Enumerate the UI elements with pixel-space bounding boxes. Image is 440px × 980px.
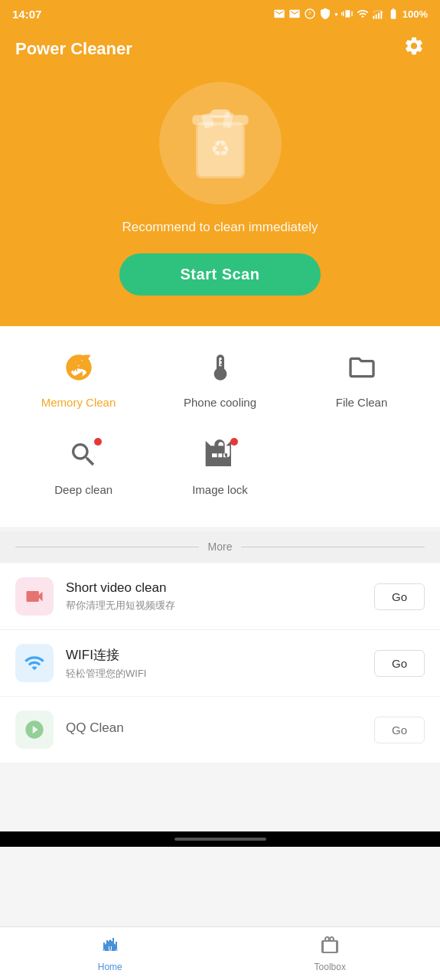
hero-section: ♻ Recommend to clean immediately Start S…	[0, 74, 440, 326]
nav-spacer	[0, 763, 440, 831]
feature-deep-clean[interactable]: Deep clean	[15, 432, 152, 504]
home-nav-label: Home	[98, 962, 122, 972]
short-video-icon	[15, 577, 54, 616]
status-icons: ● 100%	[273, 8, 428, 20]
memory-clean-label: Memory Clean	[41, 396, 116, 409]
shield-icon	[319, 8, 331, 20]
deep-clean-label: Deep clean	[54, 483, 112, 496]
features-row-1: Memory Clean Phone cooling File Clean	[8, 345, 432, 416]
qq-icon	[15, 710, 54, 749]
image-lock-icon	[204, 439, 235, 477]
features-row-2: Deep clean Image lock	[8, 424, 432, 519]
nav-toolbox[interactable]: Toolbox	[220, 927, 441, 980]
more-divider: More	[0, 541, 440, 553]
vibrate-icon	[341, 8, 354, 20]
app-title: Power Cleaner	[15, 39, 132, 59]
wifi-title: WIFI连接	[66, 646, 362, 664]
qq-content: QQ Clean	[66, 720, 362, 739]
list-item-qq: QQ Clean Go	[0, 697, 440, 763]
feature-file-clean[interactable]: File Clean	[291, 345, 432, 416]
dot-icon: ●	[334, 11, 338, 18]
short-video-content: Short video clean 帮你清理无用短视频缓存	[66, 580, 362, 612]
app-header: Power Cleaner	[0, 28, 440, 74]
short-video-go-button[interactable]: Go	[374, 583, 425, 610]
deep-clean-icon	[68, 439, 99, 477]
feature-image-lock[interactable]: Image lock	[152, 432, 288, 504]
qq-title: QQ Clean	[66, 720, 362, 736]
toolbox-nav-icon	[321, 936, 339, 959]
settings-icon[interactable]	[403, 35, 425, 62]
home-nav-icon	[101, 936, 119, 959]
battery-percent: 100%	[403, 8, 428, 20]
image-lock-badge	[230, 438, 238, 446]
svg-rect-0	[373, 16, 374, 19]
short-video-title: Short video clean	[66, 580, 362, 596]
status-bar: 14:07 ● 100%	[0, 0, 440, 28]
wifi-go-button[interactable]: Go	[374, 650, 425, 677]
wifi-icon	[357, 8, 369, 20]
list-items: Short video clean 帮你清理无用短视频缓存 Go WIFI连接 …	[0, 564, 440, 763]
start-scan-button[interactable]: Start Scan	[119, 253, 321, 296]
short-video-subtitle: 帮你清理无用短视频缓存	[66, 599, 362, 612]
trash-icon: ♻	[178, 101, 262, 185]
phone-cooling-icon	[205, 352, 236, 390]
features-section: Memory Clean Phone cooling File Clean	[0, 326, 440, 527]
hero-icon-wrapper: ♻	[159, 82, 282, 204]
list-item-wifi: WIFI连接 轻松管理您的WIFI Go	[0, 630, 440, 697]
image-lock-label: Image lock	[192, 483, 248, 496]
battery-icon	[387, 8, 399, 20]
wifi-subtitle: 轻松管理您的WIFI	[66, 667, 362, 681]
deep-clean-badge	[94, 438, 102, 446]
toolbox-nav-label: Toolbox	[315, 962, 346, 972]
svg-rect-3	[380, 11, 382, 19]
memory-clean-icon	[64, 352, 94, 390]
wifi-content: WIFI连接 轻松管理您的WIFI	[66, 646, 362, 681]
more-label: More	[208, 541, 233, 553]
list-item-short-video: Short video clean 帮你清理无用短视频缓存 Go	[0, 564, 440, 630]
file-clean-label: File Clean	[336, 396, 388, 409]
recommend-text: Recommend to clean immediately	[122, 220, 318, 235]
home-indicator	[0, 831, 440, 847]
bottom-nav: Home Toolbox	[0, 926, 440, 980]
svg-text:♻: ♻	[210, 136, 230, 161]
status-time: 14:07	[12, 8, 41, 21]
compass-icon	[304, 8, 316, 20]
wifi-list-icon	[15, 644, 54, 682]
more-section: More	[0, 531, 440, 562]
svg-rect-1	[375, 15, 376, 19]
email-icon	[273, 8, 285, 20]
phone-cooling-label: Phone cooling	[184, 396, 256, 409]
feature-phone-cooling[interactable]: Phone cooling	[149, 345, 291, 416]
feature-memory-clean[interactable]: Memory Clean	[8, 345, 149, 416]
email2-icon	[288, 8, 301, 20]
signal-icon	[372, 8, 384, 20]
svg-rect-2	[378, 13, 380, 19]
file-clean-icon	[347, 352, 377, 390]
home-indicator-bar	[174, 838, 266, 841]
qq-go-button[interactable]: Go	[374, 717, 425, 743]
nav-home[interactable]: Home	[0, 927, 220, 980]
